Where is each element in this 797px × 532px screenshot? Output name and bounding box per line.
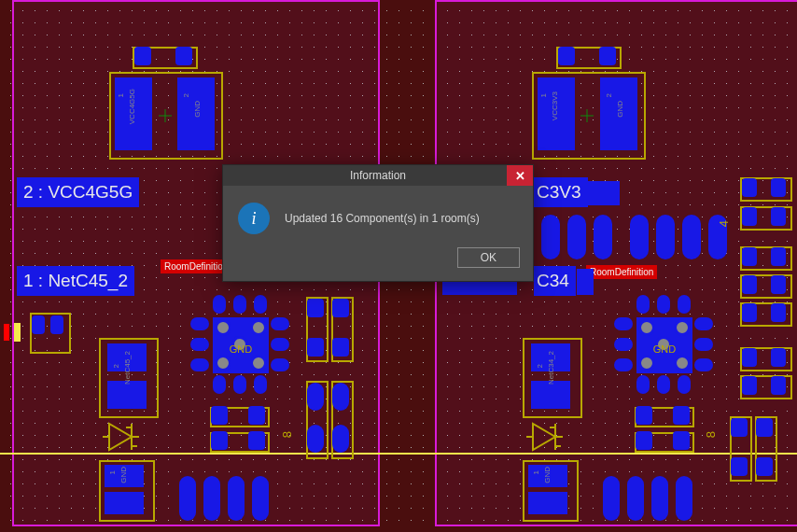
close-button[interactable]: ✕: [507, 165, 533, 186]
qfn-component[interactable]: GND: [620, 301, 709, 390]
pad: [731, 457, 748, 476]
pad: [742, 303, 757, 322]
pad: [332, 338, 349, 357]
pad: [307, 383, 324, 411]
information-dialog: Information ✕ i Updated 16 Component(s) …: [222, 164, 534, 282]
pad: [332, 425, 349, 453]
pad: [673, 431, 690, 450]
room-tag[interactable]: RoomDefinition: [586, 265, 657, 279]
pad: [228, 476, 245, 521]
pad: [771, 376, 786, 395]
pad: [332, 383, 349, 411]
pad: [588, 181, 620, 205]
net-label[interactable]: 1 : NetC45_2: [17, 266, 134, 296]
pad: [676, 476, 692, 521]
selection-marker: [4, 324, 9, 341]
silk-text: 8: [280, 431, 294, 438]
pad: [211, 406, 228, 425]
pad: [682, 215, 701, 259]
pad: [603, 476, 620, 521]
pad: [577, 269, 594, 295]
close-icon: ✕: [515, 169, 525, 183]
pad: [528, 492, 567, 514]
pad: [756, 457, 773, 476]
pad: [32, 315, 45, 334]
diode-symbol-icon: [522, 418, 566, 455]
pad: [594, 215, 612, 259]
pin-net: GND: [119, 467, 155, 483]
dialog-titlebar[interactable]: Information ✕: [223, 165, 533, 186]
dialog-title-text: Information: [350, 169, 406, 182]
pad: [651, 476, 668, 521]
pad: [332, 299, 349, 317]
info-icon: i: [238, 203, 270, 234]
pad: [636, 431, 652, 450]
pin-number: 2: [182, 93, 217, 97]
pin-net: GND: [616, 101, 651, 118]
pad: [673, 406, 690, 425]
pad: [771, 178, 786, 197]
diode-symbol-icon: [98, 418, 143, 455]
pad: [134, 47, 151, 65]
pad: [248, 406, 265, 425]
ok-button[interactable]: OK: [457, 247, 520, 268]
pad: [627, 476, 644, 521]
pad: [756, 418, 773, 437]
pad: [179, 476, 196, 521]
pad: [252, 476, 269, 521]
pad: [105, 492, 144, 514]
qfn-gnd-label: GND: [213, 343, 269, 355]
pad: [771, 207, 786, 226]
pad: [630, 215, 649, 259]
pad: [248, 431, 265, 450]
pad: [742, 178, 757, 197]
net-label[interactable]: 2 : VCC4G5G: [17, 177, 139, 207]
qfn-gnd-label: GND: [636, 343, 692, 355]
pad: [599, 47, 616, 65]
pad: [307, 299, 324, 317]
pin-net: GND: [193, 101, 229, 118]
pin-net: NetC45_2: [123, 351, 159, 385]
pad: [742, 247, 757, 266]
pad: [307, 338, 324, 357]
pad: [771, 303, 786, 322]
pad: [656, 215, 675, 259]
dialog-message: Updated 16 Component(s) in 1 room(s): [285, 212, 480, 225]
pad: [742, 376, 757, 395]
pin-net: GND: [543, 467, 579, 483]
pad: [771, 247, 786, 266]
pad: [742, 207, 757, 226]
nc-cross-icon: [579, 107, 595, 124]
pad: [731, 418, 748, 437]
selection-marker: [14, 323, 21, 342]
pad: [742, 275, 757, 294]
pad: [558, 47, 575, 65]
room-tag[interactable]: RoomDefinition: [161, 259, 231, 273]
pad: [531, 381, 570, 409]
pad: [541, 215, 560, 259]
silk-text: 4: [717, 220, 731, 227]
pad: [771, 348, 786, 367]
pad: [742, 348, 757, 367]
net-label[interactable]: C3V3: [534, 177, 588, 207]
silk-text: 8: [704, 431, 718, 438]
pin-number: 2: [605, 93, 640, 97]
pin-net: NetC34_2: [547, 351, 582, 385]
pad: [636, 406, 652, 425]
pad: [175, 47, 192, 65]
pad: [567, 215, 586, 259]
pad: [107, 381, 147, 409]
pad: [50, 315, 63, 334]
net-label[interactable]: C34: [534, 266, 576, 296]
qfn-component[interactable]: GND: [196, 301, 286, 390]
pad: [307, 425, 324, 453]
pad: [211, 431, 228, 450]
pad: [771, 275, 786, 294]
pad: [203, 476, 220, 521]
nc-cross-icon: [157, 107, 174, 124]
